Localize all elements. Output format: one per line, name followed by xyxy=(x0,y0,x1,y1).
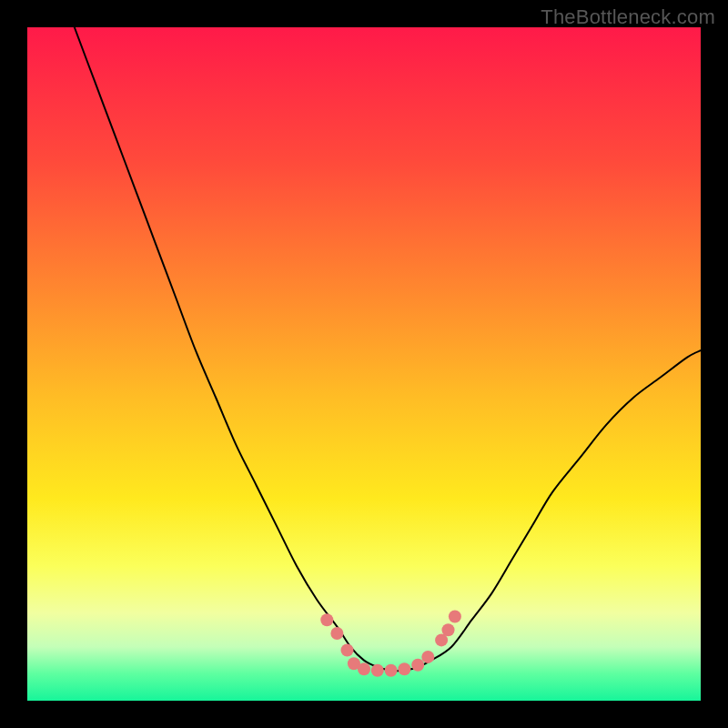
chart-frame: TheBottleneck.com xyxy=(0,0,728,728)
bottleneck-curve xyxy=(75,27,701,671)
curve-layer xyxy=(27,27,701,701)
valley-dot xyxy=(358,662,370,675)
valley-dot xyxy=(385,664,398,677)
valley-dot xyxy=(371,664,384,677)
plot-area xyxy=(27,27,701,701)
valley-dot xyxy=(449,611,461,623)
valley-dot xyxy=(341,644,354,657)
valley-dot xyxy=(398,662,410,675)
valley-dot xyxy=(421,651,434,663)
valley-dot xyxy=(411,659,424,672)
valley-dot xyxy=(442,623,455,636)
valley-dot xyxy=(330,627,343,640)
watermark-text: TheBottleneck.com xyxy=(541,5,715,29)
valley-dot xyxy=(320,613,333,626)
valley-dots xyxy=(320,611,461,677)
